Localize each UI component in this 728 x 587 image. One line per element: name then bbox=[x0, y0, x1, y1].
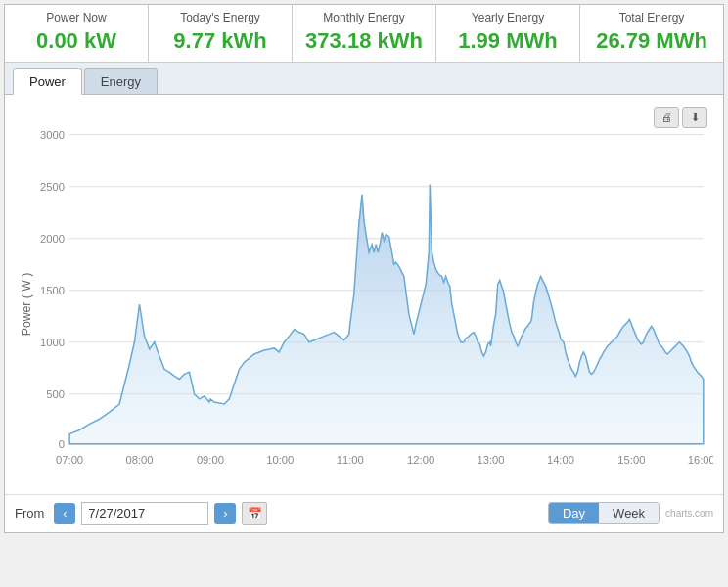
stat-value-yearly-energy: 1.99 MWh bbox=[440, 28, 575, 54]
svg-text:11:00: 11:00 bbox=[337, 454, 364, 466]
day-button[interactable]: Day bbox=[549, 503, 599, 523]
print-button[interactable]: 🖨 bbox=[654, 107, 679, 128]
svg-text:3000: 3000 bbox=[40, 129, 65, 141]
svg-text:2000: 2000 bbox=[40, 233, 65, 245]
svg-text:1000: 1000 bbox=[40, 337, 65, 348]
from-label: From bbox=[15, 506, 44, 520]
stat-label-power-now: Power Now bbox=[9, 11, 144, 24]
svg-text:0: 0 bbox=[59, 438, 65, 450]
chart-area bbox=[69, 185, 704, 444]
stat-label-todays-energy: Today's Energy bbox=[153, 11, 288, 24]
stat-label-monthly-energy: Monthly Energy bbox=[296, 11, 432, 24]
svg-text:09:00: 09:00 bbox=[197, 454, 224, 466]
stat-value-power-now: 0.00 kW bbox=[9, 28, 144, 54]
power-chart: Power ( W ) 3000 2500 2000 1500 1000 500… bbox=[15, 105, 713, 494]
stat-todays-energy: Today's Energy 9.77 kWh bbox=[149, 5, 293, 62]
print-icon: 🖨 bbox=[661, 112, 672, 123]
svg-text:13:00: 13:00 bbox=[478, 454, 505, 466]
period-buttons: Day Week bbox=[548, 502, 660, 524]
bottom-bar: From ‹ › 📅 Day Week charts.com bbox=[5, 494, 723, 532]
chart-toolbar: 🖨 ⬇ bbox=[654, 107, 707, 128]
stat-label-yearly-energy: Yearly Energy bbox=[440, 11, 575, 24]
week-button[interactable]: Week bbox=[599, 503, 659, 523]
tab-energy[interactable]: Energy bbox=[84, 68, 158, 94]
svg-text:14:00: 14:00 bbox=[547, 454, 574, 466]
svg-text:16:00: 16:00 bbox=[688, 454, 713, 466]
stat-yearly-energy: Yearly Energy 1.99 MWh bbox=[436, 5, 580, 62]
stat-value-total-energy: 26.79 MWh bbox=[584, 28, 719, 54]
watermark: charts.com bbox=[665, 508, 713, 519]
download-button[interactable]: ⬇ bbox=[682, 107, 707, 128]
svg-text:500: 500 bbox=[46, 388, 65, 400]
download-icon: ⬇ bbox=[691, 112, 700, 124]
prev-icon: ‹ bbox=[63, 506, 67, 520]
y-axis-label: Power ( W ) bbox=[20, 273, 33, 337]
next-icon: › bbox=[223, 506, 227, 520]
svg-text:10:00: 10:00 bbox=[266, 454, 294, 466]
svg-text:07:00: 07:00 bbox=[56, 454, 83, 466]
calendar-icon: 📅 bbox=[248, 507, 262, 520]
stat-value-todays-energy: 9.77 kWh bbox=[153, 28, 288, 54]
svg-text:2500: 2500 bbox=[40, 181, 65, 193]
tab-power[interactable]: Power bbox=[13, 68, 82, 95]
svg-text:1500: 1500 bbox=[40, 285, 65, 296]
stat-label-total-energy: Total Energy bbox=[584, 11, 719, 24]
main-container: Power Now 0.00 kW Today's Energy 9.77 kW… bbox=[4, 4, 724, 533]
calendar-button[interactable]: 📅 bbox=[242, 502, 267, 525]
date-input[interactable] bbox=[81, 502, 208, 525]
stat-monthly-energy: Monthly Energy 373.18 kWh bbox=[293, 5, 436, 62]
stat-value-monthly-energy: 373.18 kWh bbox=[296, 28, 432, 54]
svg-text:12:00: 12:00 bbox=[407, 454, 434, 466]
prev-date-button[interactable]: ‹ bbox=[54, 503, 75, 524]
chart-container: 🖨 ⬇ Power ( W ) 3000 2500 20 bbox=[5, 95, 723, 494]
stats-row: Power Now 0.00 kW Today's Energy 9.77 kW… bbox=[5, 5, 723, 63]
tabs-row: Power Energy bbox=[5, 63, 723, 95]
stat-total-energy: Total Energy 26.79 MWh bbox=[580, 5, 723, 62]
svg-text:08:00: 08:00 bbox=[125, 454, 153, 466]
svg-text:15:00: 15:00 bbox=[617, 454, 645, 466]
stat-power-now: Power Now 0.00 kW bbox=[5, 5, 149, 62]
next-date-button[interactable]: › bbox=[214, 503, 236, 524]
